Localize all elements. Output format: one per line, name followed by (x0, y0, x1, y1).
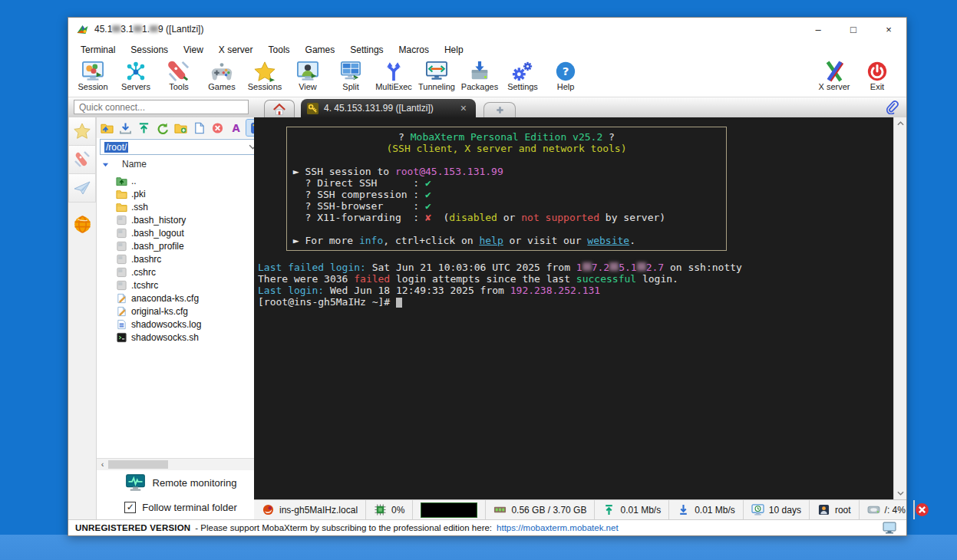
new-file-button[interactable] (191, 120, 207, 136)
toolbar-settings-button[interactable]: Settings (501, 61, 544, 97)
path-combobox[interactable]: /root/ (100, 139, 262, 155)
toolbar-x-server-button[interactable]: X server (813, 61, 856, 97)
menu-item-sessions[interactable]: Sessions (123, 42, 176, 58)
file-row[interactable]: .. (97, 174, 265, 187)
scroll-left-icon[interactable]: ‹ (97, 460, 108, 469)
file-row[interactable]: shadowsocks.log (97, 318, 265, 331)
menu-item-games[interactable]: Games (298, 42, 343, 58)
toolbar-packages-button[interactable]: Packages (458, 61, 501, 97)
toolbar-session-label: Session (78, 82, 107, 91)
multiexec-icon (382, 61, 405, 82)
tab-close-icon[interactable]: × (448, 102, 467, 114)
toolbar-view-label: View (299, 82, 317, 91)
toolbar-tools-button[interactable]: Tools (157, 61, 200, 97)
toolbar-split-button[interactable]: Split (329, 61, 372, 97)
file-name: original-ks.cfg (131, 306, 188, 317)
home-tab[interactable] (264, 100, 295, 117)
file-row[interactable]: .bash_logout (97, 226, 265, 239)
menu-item-view[interactable]: View (176, 42, 211, 58)
new-folder-button[interactable] (173, 120, 189, 136)
minimize-button[interactable]: – (800, 18, 836, 41)
split-icon (339, 61, 362, 82)
menu-item-macros[interactable]: Macros (391, 42, 437, 58)
toolbar-help-button[interactable]: ?Help (544, 61, 587, 97)
file-row[interactable]: .ssh (97, 200, 265, 213)
toolbar-multiexec-button[interactable]: MultiExec (372, 61, 415, 97)
menu-item-help[interactable]: Help (437, 42, 471, 58)
file-row[interactable]: anaconda-ks.cfg (97, 292, 265, 305)
menu-item-settings[interactable]: Settings (342, 42, 391, 58)
mobaxterm-logo-icon (76, 24, 89, 35)
rename-button[interactable]: A (228, 120, 244, 136)
file-row[interactable]: .bash_history (97, 213, 265, 226)
file-row[interactable]: shadowsocks.sh (97, 331, 265, 344)
follow-terminal-folder-checkbox[interactable]: ✓ Follow terminal folder (97, 496, 265, 519)
toolbar-settings-label: Settings (507, 82, 538, 91)
toolbar-exit-button[interactable]: Exit (856, 61, 899, 97)
file-row[interactable]: .cshrc (97, 265, 265, 278)
config-file-icon (116, 293, 127, 304)
terminal-scrollbar[interactable] (893, 117, 906, 499)
file-row[interactable]: .tcshrc (97, 278, 265, 292)
folder-icon (116, 189, 127, 199)
terminal-close-button[interactable] (915, 500, 929, 519)
new-tab-button[interactable] (483, 102, 516, 117)
toolbar-view-button[interactable]: View (286, 61, 329, 97)
plus-icon (495, 105, 505, 115)
new-file-icon (193, 122, 206, 134)
footer-link[interactable]: https://mobaxterm.mobatek.net (497, 523, 619, 532)
toolbar-servers-button[interactable]: Servers (114, 61, 157, 97)
sidebar-tab-sessions[interactable] (68, 117, 96, 146)
file-name: .ssh (131, 202, 148, 212)
sidebar-tab-tools[interactable] (68, 146, 96, 174)
paperclip-icon[interactable] (885, 100, 899, 114)
file-row[interactable]: original-ks.cfg (97, 305, 265, 318)
globe-icon[interactable] (73, 215, 92, 234)
file-name: .bash_profile (131, 241, 184, 252)
svg-text:A: A (232, 122, 240, 133)
menu-item-x-server[interactable]: X server (211, 42, 261, 58)
sftp-file-panel: A /root/ Name ...pki.ssh.bash_history.ba… (97, 117, 265, 519)
quick-connect-input[interactable] (74, 100, 249, 114)
folder-up-button[interactable] (99, 120, 115, 136)
toolbar-games-button[interactable]: Games (200, 61, 243, 97)
maximize-button[interactable]: □ (836, 18, 871, 41)
menu-item-terminal[interactable]: Terminal (73, 42, 123, 58)
session-tab-active[interactable]: 4. 45.153.131.99 ([Lantlzi]) × (301, 99, 476, 117)
plain-file-icon (116, 280, 127, 291)
toolbar-right-group: X serverExit (813, 61, 899, 97)
servers-icon (124, 61, 147, 82)
home-icon (272, 103, 286, 116)
file-list: ...pki.ssh.bash_history.bash_logout.bash… (97, 172, 265, 458)
terminal-line: Last login: Wed Jun 18 12:49:33 2025 fro… (258, 285, 893, 296)
toolbar-tunneling-button[interactable]: Tunneling (415, 61, 458, 97)
file-list-header[interactable]: Name (97, 156, 265, 172)
refresh-button[interactable] (154, 120, 170, 136)
window-title: 45.13.11.9 ([Lantlzi]) (94, 24, 203, 35)
toolbar-session-button[interactable]: Session (71, 61, 114, 97)
sort-icon (102, 161, 109, 168)
upload-button[interactable] (136, 120, 152, 136)
tabs-container: 4. 45.153.131.99 ([Lantlzi]) × (264, 97, 516, 117)
redacted-text (609, 262, 619, 271)
redacted-text (134, 25, 142, 32)
scroll-up-icon[interactable] (894, 117, 906, 130)
terminal[interactable]: ? MobaXterm Personal Edition v25.2 ?(SSH… (254, 117, 893, 499)
terminal-line: ? SSH compression : ✔ (287, 189, 726, 200)
delete-button[interactable] (210, 120, 226, 136)
scroll-down-icon[interactable] (894, 487, 906, 499)
remote-monitoring-button[interactable]: Remote monitoring (97, 470, 265, 496)
toolbar-sessions-button[interactable]: Sessions (243, 61, 286, 97)
user-icon (817, 504, 830, 516)
download-button[interactable] (117, 120, 134, 136)
scrollbar-thumb[interactable] (108, 460, 168, 469)
file-row[interactable]: .bash_profile (97, 239, 265, 252)
sidebar-tab-macros[interactable] (68, 174, 96, 203)
horizontal-scrollbar[interactable]: ‹ › (97, 458, 265, 470)
plain-file-icon (116, 254, 127, 265)
close-button[interactable]: × (871, 18, 906, 41)
toolbar-tools-label: Tools (169, 82, 189, 91)
file-row[interactable]: .bashrc (97, 252, 265, 265)
menu-item-tools[interactable]: Tools (261, 42, 298, 58)
file-row[interactable]: .pki (97, 187, 265, 200)
